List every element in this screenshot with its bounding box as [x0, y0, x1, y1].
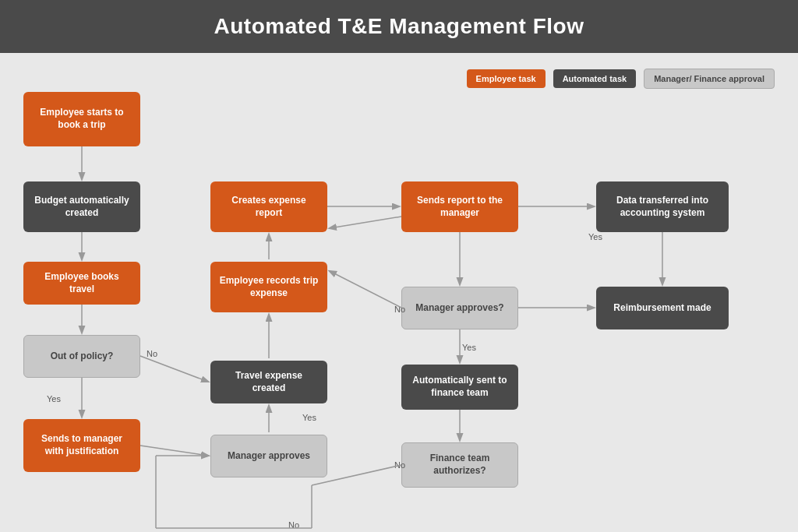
box-reimbursement: Reimbursement made — [596, 287, 729, 329]
title-bar: Automated T&E Management Flow — [0, 0, 798, 53]
label-yes4: Yes — [588, 232, 602, 241]
label-yes3: Yes — [462, 343, 476, 352]
box-out-of-policy: Out of policy? — [23, 335, 140, 378]
legend-automated-task: Automated task — [553, 69, 637, 88]
label-no4: No — [288, 520, 299, 530]
svg-line-13 — [330, 271, 401, 308]
label-no3: No — [394, 460, 405, 470]
legend-employee-task: Employee task — [467, 69, 546, 88]
box-manager-approves-q: Manager approves? — [401, 287, 518, 329]
svg-line-10 — [330, 217, 401, 228]
box-creates-expense-report: Creates expense report — [210, 181, 327, 232]
label-yes2: Yes — [302, 413, 316, 422]
box-auto-sent-finance: Automatically sent to finance team — [401, 365, 518, 410]
box-manager-approves-col2: Manager approves — [210, 435, 327, 477]
svg-line-4 — [140, 356, 208, 382]
label-yes1: Yes — [47, 394, 61, 403]
legend-manager-approval: Manager/ Finance approval — [644, 69, 775, 89]
box-employee-starts: Employee starts to book a trip — [23, 92, 140, 146]
label-no2: No — [394, 305, 405, 314]
box-employee-books: Employee books travel — [23, 262, 140, 305]
svg-line-5 — [140, 446, 208, 456]
box-data-transferred: Data transferred into accounting system — [596, 181, 729, 232]
box-sends-report: Sends report to the manager — [401, 181, 518, 232]
legend: Employee task Automated task Manager/ Fi… — [467, 69, 775, 89]
box-budget-created: Budget automatically created — [23, 181, 140, 232]
box-sends-to-manager: Sends to manager with justification — [23, 419, 140, 472]
label-no1: No — [147, 349, 157, 358]
box-employee-records: Employee records trip expense — [210, 262, 327, 312]
box-travel-expense-created: Travel expense created — [210, 361, 327, 403]
main-container: Automated T&E Management Flow Employee t… — [0, 0, 798, 532]
page-title: Automated T&E Management Flow — [214, 14, 584, 38]
box-finance-authorizes: Finance team authorizes? — [401, 442, 518, 488]
content-area: Employee task Automated task Manager/ Fi… — [0, 53, 798, 532]
